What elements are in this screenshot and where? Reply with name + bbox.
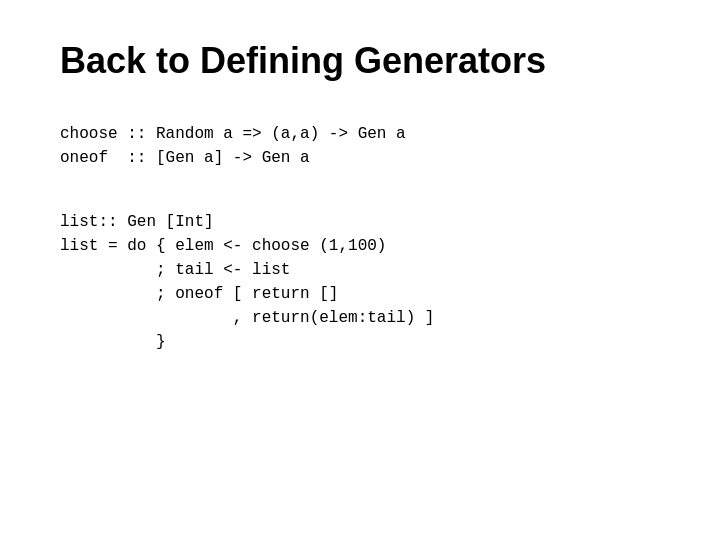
code-line-choose: choose :: Random a => (a,a) -> Gen a	[60, 122, 660, 146]
code-line-list-def-3: ; oneof [ return []	[60, 282, 660, 306]
code-line-list-type: list:: Gen [Int]	[60, 210, 660, 234]
code-line-list-def-5: }	[60, 330, 660, 354]
slide-container: Back to Defining Generators choose :: Ra…	[0, 0, 720, 540]
slide-title: Back to Defining Generators	[60, 40, 660, 82]
code-line-list-def-1: list = do { elem <- choose (1,100)	[60, 234, 660, 258]
code-line-list-def-2: ; tail <- list	[60, 258, 660, 282]
code-section-type-signatures: choose :: Random a => (a,a) -> Gen a one…	[60, 122, 660, 170]
code-line-list-def-4: , return(elem:tail) ]	[60, 306, 660, 330]
code-line-oneof: oneof :: [Gen a] -> Gen a	[60, 146, 660, 170]
code-section-list-definition: list:: Gen [Int] list = do { elem <- cho…	[60, 210, 660, 354]
